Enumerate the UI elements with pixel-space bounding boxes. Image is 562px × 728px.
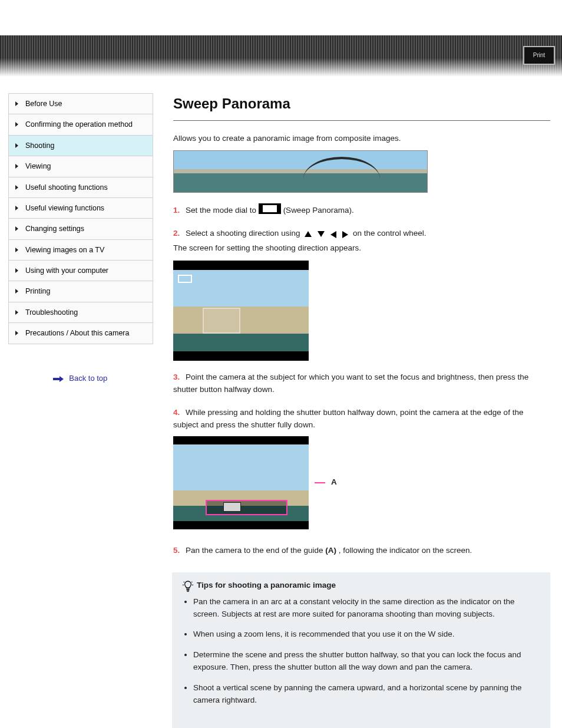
step-marker-bold: (A) [325, 546, 336, 555]
tips-panel: Tips for shooting a panoramic image Pan … [172, 572, 550, 728]
sidebar-item-label: Printing [25, 287, 50, 295]
direction-arrows-icon [305, 231, 348, 238]
guide-bar-callout [206, 500, 287, 515]
arrow-down-icon [318, 231, 325, 237]
arrow-left-icon [330, 231, 336, 238]
step-number: 2. [173, 229, 180, 238]
sidebar-item-useful-shooting[interactable]: Useful shooting functions [9, 177, 153, 198]
panorama-sample-image [173, 150, 428, 193]
step-text: Pan the camera to the end of the guide [186, 546, 325, 555]
step-number: 5. [173, 546, 180, 555]
chevron-right-icon [15, 164, 18, 169]
sidebar-item-label: Using with your computer [25, 266, 108, 275]
step-1: 1. Set the mode dial to (Sweep Panorama)… [173, 203, 550, 217]
tips-heading: Tips for shooting a panoramic image [197, 581, 336, 589]
step-number: 4. [173, 408, 180, 417]
print-button[interactable]: Print [523, 46, 555, 65]
callout-label-a: A [331, 476, 337, 489]
chevron-right-icon [15, 226, 18, 231]
chevron-right-icon [15, 101, 18, 106]
sidebar-item-shooting[interactable]: Shooting [9, 136, 153, 156]
sidebar-item-useful-viewing[interactable]: Useful viewing functions [9, 198, 153, 219]
tip-item: Shoot a vertical scene by panning the ca… [193, 682, 540, 707]
sidebar-item-label: Confirming the operation method [25, 120, 133, 129]
sidebar-item-printing[interactable]: Printing [9, 281, 153, 302]
step-text: on the control wheel. [353, 229, 427, 238]
chevron-right-icon [15, 185, 18, 190]
step-number: 3. [173, 373, 180, 381]
step-caption: The screen for setting the shooting dire… [173, 242, 550, 255]
sidebar-item-viewing[interactable]: Viewing [9, 156, 153, 177]
step-2: 2. Select a shooting direction using on … [173, 228, 550, 361]
sidebar-item-label: Useful viewing functions [25, 204, 104, 212]
arrow-up-icon [305, 231, 312, 237]
panorama-mode-icon [178, 275, 192, 283]
sidebar-item-before-use[interactable]: Before Use [9, 94, 153, 114]
step-text: Set the mode dial to [186, 206, 259, 215]
step-3: 3. Point the camera at the subject for w… [173, 371, 550, 396]
chevron-right-icon [15, 143, 18, 148]
chevron-right-icon [15, 310, 18, 315]
panorama-mode-icon [261, 203, 279, 214]
sidebar-item-label: Precautions / About this camera [25, 329, 129, 337]
step-text: (Sweep Panorama). [283, 206, 354, 215]
chevron-right-icon [15, 289, 18, 294]
chevron-right-icon [15, 248, 18, 252]
tip-item: When using a zoom lens, it is recommende… [193, 628, 540, 641]
sidebar-item-label: Changing settings [25, 225, 84, 233]
sidebar-nav: Before Use Confirming the operation meth… [8, 93, 153, 344]
tip-item: Determine the scene and press the shutte… [193, 649, 540, 674]
sidebar-item-computer[interactable]: Using with your computer [9, 261, 153, 281]
sidebar-item-label: Viewing images on a TV [25, 246, 104, 254]
sidebar-item-label: Viewing [25, 162, 51, 170]
header-band: Print [0, 35, 562, 77]
sidebar-item-troubleshooting[interactable]: Troubleshooting [9, 302, 153, 323]
tip-item: Pan the camera in an arc at a constant v… [193, 596, 540, 621]
callout-leader-line [315, 482, 325, 483]
sidebar-item-label: Useful shooting functions [25, 183, 108, 192]
step-text: , following the indicator on the screen. [339, 546, 472, 555]
chevron-right-icon [15, 331, 18, 335]
sidebar-item-tv[interactable]: Viewing images on a TV [9, 240, 153, 261]
sidebar-item-label: Shooting [25, 141, 54, 150]
arrow-right-icon [53, 376, 64, 382]
print-label: Print [524, 47, 554, 64]
chevron-right-icon [15, 268, 18, 273]
screenshot-guide [173, 436, 309, 529]
sidebar-item-precautions[interactable]: Precautions / About this camera [9, 323, 153, 344]
lightbulb-icon [183, 581, 192, 590]
page-title: Sweep Panorama [173, 95, 550, 112]
step-text: Select a shooting direction using [186, 229, 302, 238]
sidebar-item-label: Before Use [25, 100, 62, 108]
step-4: 4. While pressing and holding the shutte… [173, 407, 550, 534]
divider [173, 120, 550, 121]
back-to-top-link[interactable]: Back to top [69, 374, 107, 383]
sidebar-item-label: Troubleshooting [25, 308, 78, 317]
screenshot-direction [173, 261, 309, 361]
main-content: Sweep Panorama Allows you to create a pa… [173, 88, 550, 728]
sidebar-item-settings[interactable]: Changing settings [9, 219, 153, 239]
step-text: While pressing and holding the shutter b… [173, 408, 523, 429]
sidebar-item-operation[interactable]: Confirming the operation method [9, 114, 153, 135]
intro-text: Allows you to create a panoramic image f… [173, 133, 550, 144]
chevron-right-icon [15, 122, 18, 127]
step-number: 1. [173, 206, 180, 215]
step-text: Point the camera at the subject for whic… [173, 373, 528, 394]
chevron-right-icon [15, 206, 18, 210]
step-5: 5. Pan the camera to the end of the guid… [173, 545, 550, 557]
arrow-right-icon [342, 231, 348, 238]
